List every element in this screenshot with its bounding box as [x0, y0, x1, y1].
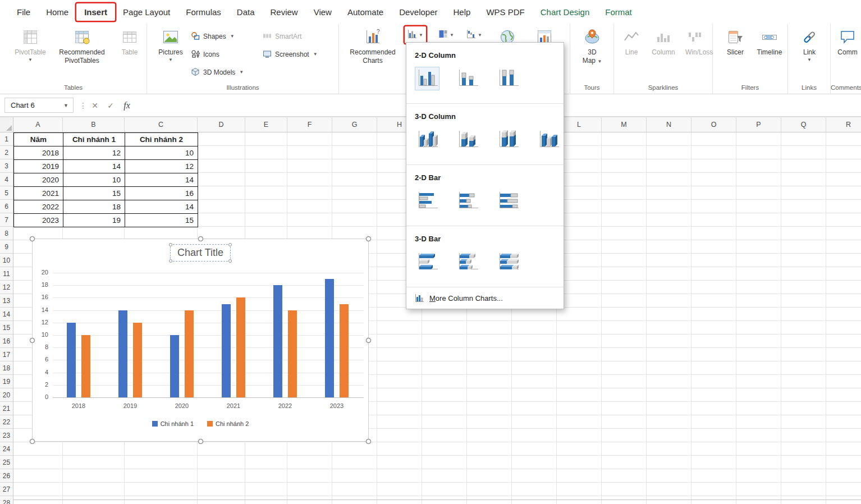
chart-type-stacked-100-column-3d[interactable]	[496, 128, 520, 152]
chart-type-column-3d[interactable]	[536, 128, 561, 152]
table-cell[interactable]: 2023	[14, 214, 63, 227]
sparkline-column-button[interactable]: Column	[648, 27, 679, 57]
chart-type-clustered-bar[interactable]	[415, 189, 439, 213]
column-header-Q[interactable]: Q	[781, 117, 826, 132]
title-handle[interactable]	[169, 243, 172, 246]
chart[interactable]: Chart Title 02468101214161820 2018201920…	[32, 239, 369, 442]
insert-function-icon[interactable]: fx	[118, 100, 135, 111]
row-header-25[interactable]: 25	[0, 456, 13, 469]
row-header-10[interactable]: 10	[0, 254, 13, 267]
table-cell[interactable]: 12	[63, 146, 125, 160]
chart-type-stacked-column[interactable]	[455, 67, 480, 90]
chart-selection-handle[interactable]	[198, 236, 203, 241]
column-header-P[interactable]: P	[736, 117, 781, 132]
enter-icon[interactable]: ✓	[103, 101, 118, 110]
chart-bar[interactable]	[222, 304, 231, 398]
column-header-F[interactable]: F	[287, 117, 332, 132]
name-box[interactable]: Chart 6 ▼	[4, 98, 74, 113]
recommended-pivottables-button[interactable]: Recommended PivotTables	[51, 27, 113, 65]
row-header-8[interactable]: 8	[0, 227, 13, 240]
sparkline-line-button[interactable]: Line	[617, 27, 645, 57]
table-cell[interactable]: 14	[63, 160, 125, 173]
chart-selection-handle[interactable]	[198, 439, 203, 444]
sparkline-winloss-button[interactable]: Win/Loss	[681, 27, 708, 57]
chart-bar[interactable]	[81, 335, 90, 397]
row-header-15[interactable]: 15	[0, 321, 13, 335]
pictures-button[interactable]: Pictures ▼	[155, 27, 186, 62]
name-box-dropdown-icon[interactable]: ▼	[63, 103, 68, 108]
row-header-14[interactable]: 14	[0, 308, 13, 321]
row-header-28[interactable]: 28	[0, 496, 13, 504]
row-header-7[interactable]: 7	[0, 213, 13, 227]
row-header-11[interactable]: 11	[0, 267, 13, 281]
menu-tab-automate[interactable]: Automate	[340, 3, 391, 21]
row-header-6[interactable]: 6	[0, 200, 13, 213]
row-header-13[interactable]: 13	[0, 294, 13, 308]
chart-type-stacked-bar-3d[interactable]	[455, 250, 480, 274]
insert-column-chart-button[interactable]: ▼	[405, 26, 426, 43]
formula-bar-handle-icon[interactable]: ⋮	[79, 101, 87, 110]
menu-tab-format[interactable]: Format	[597, 3, 640, 21]
chart-selection-handle[interactable]	[30, 236, 35, 241]
pivottable-button[interactable]: PivotTable ▼	[12, 27, 48, 62]
column-header-A[interactable]: A	[13, 117, 63, 132]
3d-map-button[interactable]: 3D Map ▼	[578, 27, 606, 65]
chart-bar[interactable]	[185, 310, 194, 397]
shapes-button[interactable]: Shapes ▼	[191, 29, 235, 44]
chart-selection-handle[interactable]	[30, 439, 35, 444]
chart-selection-handle[interactable]	[366, 439, 371, 444]
row-header-17[interactable]: 17	[0, 348, 13, 361]
column-header-B[interactable]: B	[63, 117, 125, 132]
column-header-R[interactable]: R	[826, 117, 861, 132]
table-cell[interactable]: 12	[125, 160, 198, 173]
column-header-G[interactable]: G	[332, 117, 377, 132]
row-header-19[interactable]: 19	[0, 375, 13, 388]
table-header-cell[interactable]: Chi nhánh 2	[125, 133, 198, 146]
row-header-16[interactable]: 16	[0, 335, 13, 348]
insert-hierarchy-chart-button[interactable]: ▼	[436, 26, 457, 43]
column-header-M[interactable]: M	[602, 117, 647, 132]
menu-tab-page-layout[interactable]: Page Layout	[115, 3, 178, 21]
more-column-charts-item[interactable]: More Column Charts...	[406, 287, 564, 309]
menu-tab-insert[interactable]: Insert	[76, 3, 115, 21]
chart-selection-handle[interactable]	[366, 236, 371, 241]
chart-bar[interactable]	[325, 279, 334, 397]
row-header-21[interactable]: 21	[0, 402, 13, 415]
menu-tab-home[interactable]: Home	[38, 3, 76, 21]
table-header-cell[interactable]: Năm	[14, 133, 63, 146]
table-cell[interactable]: 2020	[14, 173, 63, 187]
row-header-3[interactable]: 3	[0, 159, 13, 173]
table-cell[interactable]: 2021	[14, 187, 63, 200]
table-cell[interactable]: 2018	[14, 146, 63, 160]
screenshot-button[interactable]: Screenshot ▼	[263, 47, 318, 62]
menu-tab-wps-pdf[interactable]: WPS PDF	[478, 3, 532, 21]
row-header-23[interactable]: 23	[0, 429, 13, 442]
chart-bar[interactable]	[67, 323, 76, 397]
recommended-charts-button[interactable]: ? Recommended Charts	[344, 27, 402, 65]
chart-type-stacked-column-3d[interactable]	[455, 128, 480, 152]
smartart-button[interactable]: SmartArt	[263, 29, 301, 44]
table-cell[interactable]: 14	[125, 173, 198, 187]
row-header-22[interactable]: 22	[0, 415, 13, 429]
chart-type-clustered-column[interactable]	[415, 67, 439, 90]
chart-type-stacked-100-bar-3d[interactable]	[496, 250, 520, 274]
select-all-corner[interactable]	[0, 117, 13, 132]
chart-type-stacked-bar[interactable]	[455, 189, 480, 213]
chart-legend[interactable]: Chi nhánh 1Chi nhánh 2	[33, 420, 368, 427]
timeline-button[interactable]: Timeline	[753, 27, 786, 57]
icons-button[interactable]: Icons	[191, 47, 219, 62]
comment-button[interactable]: Comm	[833, 27, 861, 57]
column-header-E[interactable]: E	[245, 117, 287, 132]
title-handle[interactable]	[228, 259, 232, 263]
column-header-C[interactable]: C	[125, 117, 198, 132]
table-button[interactable]: Table	[116, 27, 144, 57]
menu-tab-help[interactable]: Help	[446, 3, 479, 21]
table-cell[interactable]: 15	[125, 214, 198, 227]
row-header-5[interactable]: 5	[0, 186, 13, 200]
chart-type-stacked-100-column[interactable]	[496, 67, 520, 90]
chart-selection-handle[interactable]	[30, 338, 35, 343]
link-button[interactable]: Link ▼	[795, 27, 824, 62]
3d-models-button[interactable]: 3D Models ▼	[191, 65, 244, 80]
chart-bar[interactable]	[236, 297, 245, 397]
chart-bar[interactable]	[170, 335, 179, 397]
